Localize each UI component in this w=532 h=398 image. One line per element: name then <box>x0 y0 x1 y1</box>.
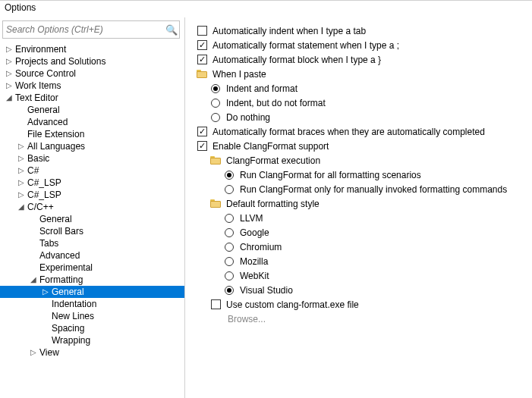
option-control[interactable] <box>209 299 222 310</box>
radio[interactable] <box>225 286 234 295</box>
tree-item[interactable]: ▷View <box>0 346 184 359</box>
tree-item-label: Experimental <box>38 262 93 273</box>
search-input[interactable] <box>3 23 164 36</box>
option-control[interactable] <box>223 227 235 238</box>
tree-item-label: Advanced <box>26 117 68 127</box>
tree-item[interactable]: ▷Scroll Bars <box>0 225 184 237</box>
chevron-down-icon[interactable]: ◢ <box>17 203 26 211</box>
option-row: Browse... <box>196 312 529 326</box>
chevron-right-icon[interactable]: ▷ <box>17 179 26 186</box>
option-control[interactable] <box>223 242 235 252</box>
tree-item[interactable]: ▷Advanced <box>0 249 184 262</box>
tree-item[interactable]: ▷Wrapping <box>0 334 184 346</box>
tree-item[interactable]: ◢C/C++ <box>0 201 184 213</box>
tree-item-label: File Extension <box>26 129 84 139</box>
tree-item-label: Basic <box>26 153 49 164</box>
radio[interactable] <box>225 271 234 280</box>
tree-item[interactable]: ▷General <box>0 286 184 298</box>
tree-item[interactable]: ▷Basic <box>0 152 184 165</box>
option-control[interactable] <box>196 26 208 36</box>
tree-item[interactable]: ▷Projects and Solutions <box>0 55 184 67</box>
chevron-right-icon[interactable]: ▷ <box>5 70 14 77</box>
tree-spacer: ▷ <box>41 288 50 296</box>
tree-item[interactable]: ▷Work Items <box>0 80 184 92</box>
chevron-right-icon[interactable]: ▷ <box>5 82 14 89</box>
tree-spacer: ▷ <box>41 324 50 332</box>
option-control[interactable] <box>209 98 222 108</box>
tree-item-label: All Languages <box>26 141 85 152</box>
option-control[interactable] <box>223 184 235 195</box>
option-control[interactable] <box>196 55 208 65</box>
option-control[interactable] <box>209 112 222 123</box>
chevron-down-icon[interactable]: ◢ <box>5 94 14 102</box>
tree-item-label: Indentation <box>50 299 96 309</box>
option-label: Automatically format statement when I ty… <box>208 40 399 51</box>
option-control[interactable] <box>223 213 235 224</box>
radio[interactable] <box>225 243 234 252</box>
tree-item[interactable]: ▷C#_LSP <box>0 177 184 189</box>
tree-item[interactable]: ◢Text Editor <box>0 92 184 104</box>
chevron-right-icon[interactable]: ▷ <box>17 167 26 174</box>
search-icon[interactable]: 🔍 <box>164 24 179 36</box>
tree-item[interactable]: ▷Advanced <box>0 116 184 128</box>
checkbox[interactable] <box>197 40 207 50</box>
option-control[interactable] <box>223 256 235 267</box>
chevron-right-icon[interactable]: ▷ <box>29 349 38 356</box>
nav-tree[interactable]: ▷Environment▷Projects and Solutions▷Sour… <box>0 42 184 398</box>
chevron-down-icon[interactable]: ◢ <box>29 276 38 284</box>
tree-item[interactable]: ▷Environment <box>0 43 184 55</box>
tree-item[interactable]: ▷Tabs <box>0 237 184 249</box>
search-box[interactable]: 🔍 <box>2 20 180 39</box>
option-control[interactable] <box>223 271 235 281</box>
tree-item[interactable]: ▷General <box>0 104 184 116</box>
chevron-right-icon[interactable]: ▷ <box>5 58 14 65</box>
option-label: Enable ClangFormat support <box>208 141 329 152</box>
tree-item-label: General <box>26 105 60 115</box>
tree-item[interactable]: ▷Source Control <box>0 67 184 80</box>
chevron-right-icon[interactable]: ▷ <box>17 143 26 150</box>
tree-item[interactable]: ▷General <box>0 213 184 225</box>
radio[interactable] <box>211 113 220 122</box>
radio[interactable] <box>225 171 234 180</box>
checkbox[interactable] <box>197 127 207 136</box>
checkbox[interactable] <box>197 141 207 151</box>
option-label: Automatically indent when I type a tab <box>208 26 366 36</box>
checkbox[interactable] <box>197 55 207 64</box>
tree-item-label: Spacing <box>50 323 84 334</box>
window-title: Options <box>0 1 532 17</box>
radio[interactable] <box>225 214 234 223</box>
tree-item-label: C#_LSP <box>26 190 61 200</box>
radio[interactable] <box>225 185 234 194</box>
chevron-right-icon[interactable]: ▷ <box>17 155 26 162</box>
checkbox[interactable] <box>211 299 221 309</box>
tree-item[interactable]: ▷New Lines <box>0 310 184 322</box>
tree-item[interactable]: ▷File Extension <box>0 128 184 140</box>
browse-link[interactable]: Browse... <box>223 314 266 324</box>
checkbox[interactable] <box>197 26 207 36</box>
radio[interactable] <box>225 228 234 237</box>
option-row: Run ClangFormat for all formatting scena… <box>196 168 529 182</box>
chevron-right-icon[interactable]: ▷ <box>17 191 26 199</box>
radio[interactable] <box>211 99 220 108</box>
tree-item[interactable]: ▷C# <box>0 165 184 177</box>
option-control[interactable] <box>196 141 208 152</box>
tree-item[interactable]: ▷Spacing <box>0 322 184 334</box>
tree-spacer: ▷ <box>29 252 38 259</box>
option-control[interactable] <box>223 285 235 296</box>
tree-item[interactable]: ▷Experimental <box>0 262 184 274</box>
radio[interactable] <box>211 84 220 93</box>
option-control[interactable] <box>209 83 222 94</box>
tree-item[interactable]: ▷All Languages <box>0 140 184 152</box>
option-row: When I paste <box>196 67 529 81</box>
radio[interactable] <box>225 257 234 266</box>
option-control[interactable] <box>196 40 208 51</box>
option-control <box>209 155 222 166</box>
option-control[interactable] <box>223 170 235 180</box>
option-control[interactable] <box>196 127 208 137</box>
tree-item-label: Tabs <box>38 238 58 249</box>
tree-item[interactable]: ▷Indentation <box>0 298 184 310</box>
chevron-right-icon[interactable]: ▷ <box>5 45 14 53</box>
tree-spacer: ▷ <box>41 300 50 308</box>
tree-item[interactable]: ▷C#_LSP <box>0 189 184 201</box>
tree-item[interactable]: ◢Formatting <box>0 274 184 286</box>
